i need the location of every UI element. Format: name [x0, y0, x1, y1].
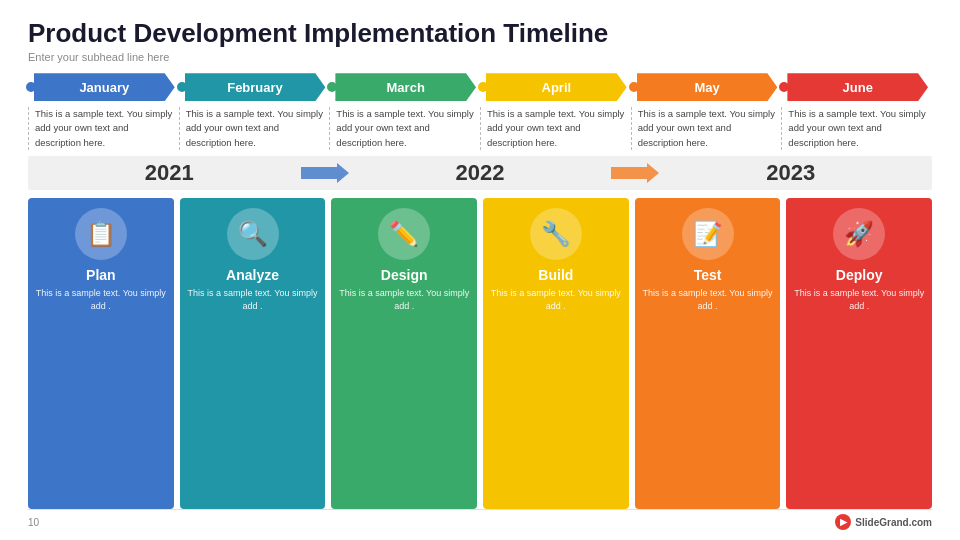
year-arrow-icon [611, 163, 659, 183]
card-icon-glyph: 🔍 [238, 220, 268, 248]
slide-container: Product Development Implementation Timel… [0, 0, 960, 540]
footer: 10 ▶ SlideGrand.com [28, 509, 932, 530]
card-icon-build: 🔧 [530, 208, 582, 260]
brand: ▶ SlideGrand.com [835, 514, 932, 530]
card-icon-plan: 📋 [75, 208, 127, 260]
svg-marker-0 [301, 163, 349, 183]
month-badge-march: March [329, 73, 476, 101]
card-title: Plan [86, 267, 116, 283]
month-label: March [387, 80, 425, 95]
month-label: February [227, 80, 283, 95]
card-title: Deploy [836, 267, 883, 283]
card-title: Design [381, 267, 428, 283]
card-text: This is a sample text. You simply add . [186, 287, 320, 312]
svg-marker-1 [611, 163, 659, 183]
card-icon-design: ✏️ [378, 208, 430, 260]
month-col-january: January This is a sample text. You simpl… [28, 73, 179, 150]
card-icon-glyph: 📝 [693, 220, 723, 248]
card-icon-test: 📝 [682, 208, 734, 260]
month-arrow: March [335, 73, 476, 101]
month-col-june: June This is a sample text. You simply a… [781, 73, 932, 150]
card-text: This is a sample text. You simply add . [34, 287, 168, 312]
months-row: January This is a sample text. You simpl… [28, 73, 932, 150]
year-arrow-icon [301, 163, 349, 183]
slide-title: Product Development Implementation Timel… [28, 18, 932, 49]
card-icon-glyph: 🚀 [844, 220, 874, 248]
card-icon-analyze: 🔍 [227, 208, 279, 260]
month-description: This is a sample text. You simply add yo… [329, 107, 476, 150]
slide-subtitle: Enter your subhead line here [28, 51, 932, 63]
card-icon-glyph: 🔧 [541, 220, 571, 248]
card-icon-glyph: ✏️ [389, 220, 419, 248]
cards-row: 📋 Plan This is a sample text. You simply… [28, 198, 932, 509]
month-arrow: January [34, 73, 175, 101]
card-title: Test [694, 267, 722, 283]
card-text: This is a sample text. You simply add . [792, 287, 926, 312]
month-dot [327, 82, 337, 92]
card-text: This is a sample text. You simply add . [489, 287, 623, 312]
card-icon-deploy: 🚀 [833, 208, 885, 260]
month-arrow: May [637, 73, 778, 101]
month-label: June [843, 80, 873, 95]
card-text: This is a sample text. You simply add . [641, 287, 775, 312]
month-dot [478, 82, 488, 92]
card-deploy: 🚀 Deploy This is a sample text. You simp… [786, 198, 932, 509]
month-label: May [694, 80, 719, 95]
month-col-february: February This is a sample text. You simp… [179, 73, 330, 150]
month-dot [629, 82, 639, 92]
month-col-may: May This is a sample text. You simply ad… [631, 73, 782, 150]
month-dot [26, 82, 36, 92]
month-dot [177, 82, 187, 92]
month-arrow: April [486, 73, 627, 101]
month-badge-april: April [480, 73, 627, 101]
month-label: January [79, 80, 129, 95]
card-title: Analyze [226, 267, 279, 283]
card-icon-glyph: 📋 [86, 220, 116, 248]
card-analyze: 🔍 Analyze This is a sample text. You sim… [180, 198, 326, 509]
brand-icon: ▶ [835, 514, 851, 530]
month-arrow: June [787, 73, 928, 101]
brand-label: SlideGrand.com [855, 517, 932, 528]
month-description: This is a sample text. You simply add yo… [781, 107, 928, 150]
month-col-april: April This is a sample text. You simply … [480, 73, 631, 150]
month-description: This is a sample text. You simply add yo… [480, 107, 627, 150]
card-build: 🔧 Build This is a sample text. You simpl… [483, 198, 629, 509]
month-dot [779, 82, 789, 92]
card-text: This is a sample text. You simply add . [337, 287, 471, 312]
year-2023: 2023 [659, 160, 922, 186]
card-plan: 📋 Plan This is a sample text. You simply… [28, 198, 174, 509]
month-badge-june: June [781, 73, 928, 101]
year-2022: 2022 [349, 160, 612, 186]
month-badge-may: May [631, 73, 778, 101]
month-badge-january: January [28, 73, 175, 101]
month-col-march: March This is a sample text. You simply … [329, 73, 480, 150]
year-row: 2021 2022 2023 [28, 156, 932, 190]
month-description: This is a sample text. You simply add yo… [179, 107, 326, 150]
month-label: April [542, 80, 572, 95]
year-2021: 2021 [38, 160, 301, 186]
month-arrow: February [185, 73, 326, 101]
card-design: ✏️ Design This is a sample text. You sim… [331, 198, 477, 509]
card-test: 📝 Test This is a sample text. You simply… [635, 198, 781, 509]
card-title: Build [538, 267, 573, 283]
month-description: This is a sample text. You simply add yo… [28, 107, 175, 150]
footer-page: 10 [28, 517, 39, 528]
month-badge-february: February [179, 73, 326, 101]
month-description: This is a sample text. You simply add yo… [631, 107, 778, 150]
